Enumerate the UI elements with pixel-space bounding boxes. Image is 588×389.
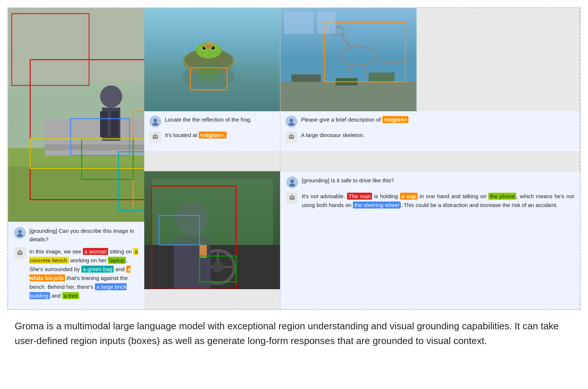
svg-point-73 xyxy=(18,230,22,234)
user-avatar-2 xyxy=(286,116,297,127)
svg-rect-22 xyxy=(280,82,417,111)
car-answer-row: It's not advisable. The man is holding a… xyxy=(286,192,574,210)
svg-point-10 xyxy=(204,44,213,49)
svg-rect-77 xyxy=(20,252,21,253)
top-grid: Locate the the reflection of the frog. xyxy=(7,7,581,310)
wheel-tag: the steering wheel xyxy=(353,201,401,208)
cell-dino: Please give a brief description of <regi… xyxy=(280,8,580,171)
svg-rect-75 xyxy=(17,251,22,255)
svg-rect-97 xyxy=(291,197,292,198)
bicycle-chat: [grounding] Can you describe this image … xyxy=(8,222,144,309)
svg-rect-17 xyxy=(154,136,155,137)
region-tag-1: <region>. xyxy=(199,132,227,139)
robot-icon-3 xyxy=(16,249,24,257)
robot-icon-1 xyxy=(152,133,159,141)
svg-point-56 xyxy=(100,85,122,108)
svg-rect-59 xyxy=(111,111,118,137)
cell-bicycle: [grounding] Can you describe this image … xyxy=(8,8,144,309)
car-chat: [grounding] Is it safe to drive like thi… xyxy=(280,171,580,309)
cell-car xyxy=(144,171,280,309)
svg-rect-33 xyxy=(317,12,336,34)
frog-question-text: Locate the the reflection of the frog. xyxy=(165,116,252,124)
frog-answer-text: It's located at <region>. xyxy=(165,131,227,140)
svg-point-79 xyxy=(19,249,21,251)
dino-answer-text: A large dinosaur skeleton. xyxy=(301,131,365,140)
car-question-row: [grounding] Is it safe to drive like thi… xyxy=(286,176,574,188)
svg-rect-96 xyxy=(290,196,295,200)
svg-rect-52 xyxy=(8,163,144,222)
frog-svg xyxy=(144,8,280,111)
robot-avatar-3 xyxy=(14,247,26,259)
dino-question-row: Please give a brief description of <regi… xyxy=(286,116,574,127)
dino-svg xyxy=(280,8,417,111)
phone-tag: the phone xyxy=(488,193,516,200)
car-svg xyxy=(144,171,280,289)
robot-icon-2 xyxy=(288,133,295,141)
user-avatar-4 xyxy=(286,176,298,188)
svg-point-35 xyxy=(288,123,294,126)
svg-point-95 xyxy=(289,183,295,186)
car-image xyxy=(144,171,280,289)
svg-point-34 xyxy=(290,119,293,122)
main-container: Locate the the reflection of the frog. xyxy=(7,7,581,352)
svg-rect-32 xyxy=(284,12,314,34)
frog-answer-row: It's located at <region>. xyxy=(149,131,275,143)
bicycle-question-text: [grounding] Can you describe this image … xyxy=(29,227,138,243)
bicycle-svg xyxy=(8,8,144,222)
dino-question-text: Please give a brief description of <regi… xyxy=(301,116,408,124)
svg-rect-58 xyxy=(100,111,107,137)
region-tag-2: <region> xyxy=(382,116,408,123)
svg-point-40 xyxy=(291,133,292,135)
bicycle-tag: a white bicycle xyxy=(29,266,131,281)
user-avatar-3 xyxy=(14,227,26,239)
tree-tag: a tree xyxy=(62,292,79,299)
bicycle-answer-text: In this image, we see a woman sitting on… xyxy=(29,247,138,300)
woman-tag: a woman xyxy=(83,248,108,255)
bicycle-answer-row: In this image, we see a woman sitting on… xyxy=(14,247,138,300)
svg-rect-37 xyxy=(290,136,291,137)
svg-point-94 xyxy=(290,179,294,183)
svg-rect-90 xyxy=(152,179,273,245)
svg-rect-42 xyxy=(8,8,144,82)
frog-image xyxy=(144,8,280,111)
svg-rect-98 xyxy=(293,197,294,198)
svg-rect-16 xyxy=(153,135,158,139)
dino-image xyxy=(280,8,580,111)
svg-point-20 xyxy=(155,133,156,135)
frog-question-row: Locate the the reflection of the frog. xyxy=(149,116,275,127)
svg-rect-36 xyxy=(289,135,294,139)
svg-point-15 xyxy=(152,123,158,126)
svg-rect-23 xyxy=(291,74,321,82)
description-text: Groma is a multimodal large language mod… xyxy=(7,310,581,352)
svg-rect-18 xyxy=(156,136,157,137)
laptop-tag: laptop xyxy=(108,257,126,264)
dino-chat: Please give a brief description of <regi… xyxy=(280,111,580,151)
man-tag: The man xyxy=(347,193,372,200)
user-icon-1 xyxy=(151,118,159,126)
car-answer-text: It's not advisable. The man is holding a… xyxy=(302,192,574,210)
svg-rect-76 xyxy=(18,252,20,253)
svg-rect-38 xyxy=(292,136,293,137)
svg-point-74 xyxy=(17,234,23,237)
svg-point-14 xyxy=(153,119,157,122)
cup-tag: a cup xyxy=(400,193,418,200)
user-icon-2 xyxy=(287,118,295,126)
bag-tag: a green bag xyxy=(81,266,114,273)
robot-icon-4 xyxy=(288,194,296,201)
frog-chat: Locate the the reflection of the frog. xyxy=(144,111,280,151)
robot-avatar-4 xyxy=(286,192,298,204)
robot-avatar-1 xyxy=(149,131,161,143)
dino-answer-row: A large dinosaur skeleton. xyxy=(286,131,574,143)
robot-avatar-2 xyxy=(286,131,297,143)
car-question-text: [grounding] Is it safe to drive like thi… xyxy=(302,176,394,185)
bicycle-question-row: [grounding] Can you describe this image … xyxy=(14,227,138,243)
user-avatar-1 xyxy=(149,116,161,127)
cell-frog: Locate the the reflection of the frog. xyxy=(144,8,280,171)
svg-point-83 xyxy=(212,262,223,273)
bicycle-image xyxy=(8,8,144,222)
svg-point-100 xyxy=(291,194,293,196)
svg-rect-25 xyxy=(369,73,394,82)
user-icon-3 xyxy=(16,229,24,237)
user-icon-4 xyxy=(288,178,296,186)
